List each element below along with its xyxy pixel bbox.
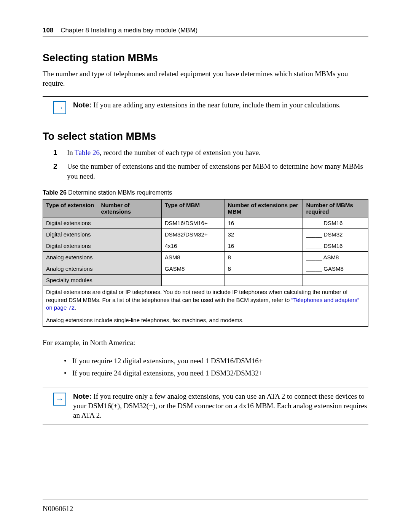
step-2: 2 Use the number of extensions and the n… [53, 161, 368, 181]
col-number-of-extensions: Number of extensions [98, 200, 161, 217]
note-label: Note: [73, 392, 92, 400]
table-caption-label: Table 26 [43, 189, 67, 196]
step-number: 1 [53, 148, 60, 158]
example-intro: For example, in North America: [43, 338, 368, 348]
note-1-text: Note: If you are adding any extensions i… [73, 101, 341, 110]
table-header-row: Type of extension Number of extensions T… [43, 200, 368, 217]
table-footnote-row: Analog extensions include single-line te… [43, 314, 368, 327]
note-block-2: → Note: If you require only a few analog… [43, 388, 368, 425]
table-body: Digital extensionsDSM16/DSM16+16_____ DS… [43, 217, 368, 327]
intro-paragraph: The number and type of telephones and re… [43, 69, 368, 88]
table-station-mbms: Type of extension Number of extensions T… [43, 199, 368, 327]
step-list: 1 In Table 26, record the number of each… [53, 148, 368, 181]
note-label: Note: [73, 101, 92, 109]
list-item: If you require 24 digital extensions, yo… [64, 368, 368, 378]
bullet-list: If you require 12 digital extensions, yo… [64, 356, 368, 378]
table-caption: Table 26 Determine station MBMs requirem… [43, 189, 368, 196]
table-row: Specialty modules [43, 275, 368, 286]
col-type-of-mbm: Type of MBM [161, 200, 225, 217]
running-header: 108 Chapter 8 Installing a media bay mod… [43, 27, 368, 37]
col-extensions-per-mbm: Number of extensions per MBM [225, 200, 303, 217]
note-2-text: Note: If you require only a few analog e… [73, 392, 368, 420]
table-footnote-row: Digital extensions are digital or IP tel… [43, 286, 368, 314]
chapter-title [55, 27, 61, 34]
col-mbms-required: Number of MBMs required [303, 200, 368, 217]
table-caption-text: Determine station MBMs requirements [67, 189, 172, 196]
note-2-body: If you require only a few analog extensi… [73, 392, 367, 419]
step-1-text: In Table 26, record the number of each t… [67, 148, 261, 158]
footnote-1: Digital extensions are digital or IP tel… [43, 286, 368, 314]
chapter-text: Chapter 8 Installing a media bay module … [61, 27, 198, 34]
list-item: If you require 12 digital extensions, yo… [64, 356, 368, 366]
step-number: 2 [53, 161, 60, 181]
document-id: N0060612 [43, 500, 368, 513]
step-2-text: Use the number of extensions and the num… [67, 161, 368, 181]
arrow-right-icon: → [53, 393, 66, 406]
page: 108 Chapter 8 Installing a media bay mod… [0, 0, 411, 532]
step-1: 1 In Table 26, record the number of each… [53, 148, 368, 158]
note-block-1: → Note: If you are adding any extensions… [43, 96, 368, 119]
table-row: Digital extensions4x1616_____ DSM16 [43, 240, 368, 252]
heading-selecting-station-mbms: Selecting station MBMs [43, 52, 368, 64]
table-row: Digital extensionsDSM32/DSM32+32_____ DS… [43, 229, 368, 240]
col-type-of-extension: Type of extension [43, 200, 98, 217]
link-table-26[interactable]: Table 26 [75, 149, 100, 157]
table-row: Analog extensionsGASM88_____ GASM8 [43, 263, 368, 275]
heading-to-select-station-mbms: To select station MBMs [43, 131, 368, 142]
table-row: Analog extensionsASM88_____ ASM8 [43, 252, 368, 263]
table-row: Digital extensionsDSM16/DSM16+16_____ DS… [43, 217, 368, 229]
arrow-right-icon: → [53, 101, 66, 114]
page-number: 108 [43, 27, 53, 34]
note-1-body: If you are adding any extensions in the … [92, 101, 341, 109]
footnote-2: Analog extensions include single-line te… [43, 314, 368, 327]
